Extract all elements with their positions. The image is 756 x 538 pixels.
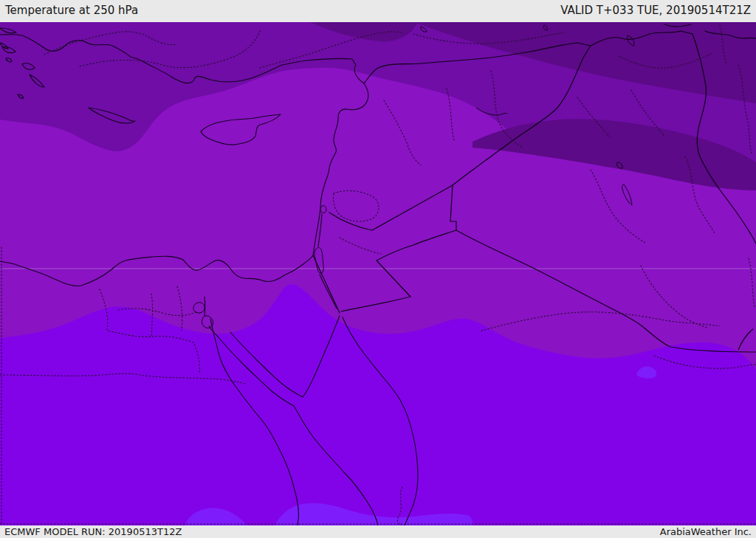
map-canvas: [0, 22, 756, 525]
valid-time-label: VALID T+033 TUE, 20190514T21Z: [560, 4, 751, 17]
header-bar: Temperature at 250 hPa VALID T+033 TUE, …: [0, 0, 756, 22]
page-title: Temperature at 250 hPa: [5, 4, 138, 17]
credit-label: ArabiaWeather Inc.: [660, 526, 752, 537]
footer-bar: ECMWF MODEL RUN: 20190513T12Z ArabiaWeat…: [0, 525, 756, 538]
weather-map-svg: [0, 22, 756, 525]
weather-map-frame: Temperature at 250 hPa VALID T+033 TUE, …: [0, 0, 756, 538]
model-run-label: ECMWF MODEL RUN: 20190513T12Z: [4, 526, 182, 537]
